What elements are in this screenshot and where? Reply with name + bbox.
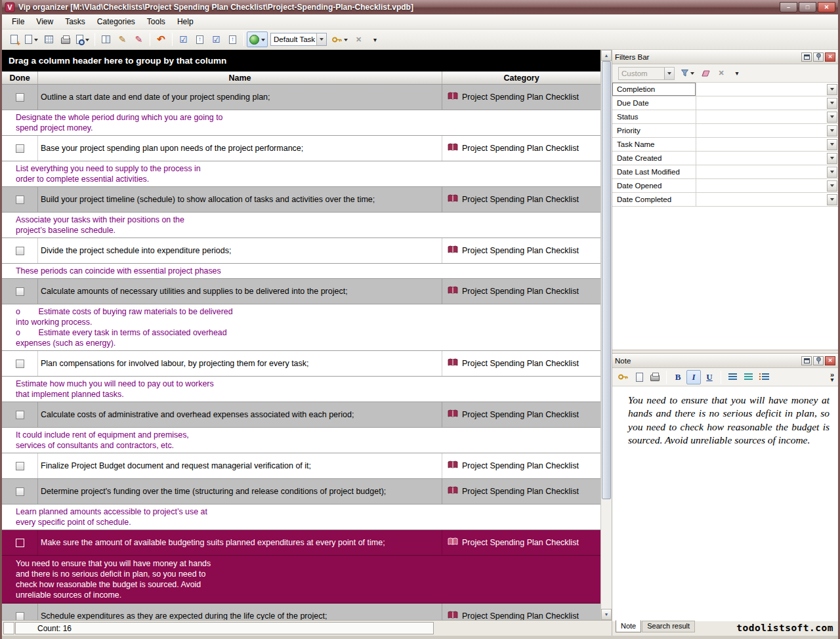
task-checkbox[interactable] bbox=[16, 539, 24, 547]
permissions-button[interactable] bbox=[329, 31, 350, 47]
clear-filter-button[interactable] bbox=[698, 66, 713, 81]
task-note-row[interactable]: o Estimate costs of buying raw materials… bbox=[2, 304, 600, 351]
filter-dropdown-button[interactable] bbox=[827, 125, 837, 136]
tab-search-result[interactable]: Search result bbox=[642, 621, 695, 632]
filter-value-status[interactable] bbox=[696, 110, 838, 123]
panels-button[interactable] bbox=[98, 31, 114, 47]
filter-dropdown-button[interactable] bbox=[827, 194, 837, 205]
print-preview-button[interactable] bbox=[74, 31, 92, 47]
filter-dropdown-button[interactable] bbox=[827, 112, 837, 123]
table-row[interactable]: Calculate amounts of necessary utilities… bbox=[2, 279, 600, 304]
task-note-row[interactable]: It could include rent of equipment and p… bbox=[2, 428, 600, 453]
scroll-up-button[interactable]: ▲ bbox=[601, 50, 612, 61]
task-checkbox[interactable] bbox=[16, 487, 24, 496]
table-row[interactable]: Determine project's funding over the tim… bbox=[2, 479, 600, 505]
complete-all-button[interactable] bbox=[208, 31, 224, 47]
table-row[interactable]: Schedule expenditures as they are expect… bbox=[2, 604, 600, 620]
filter-value-completion[interactable] bbox=[696, 83, 838, 96]
close-button[interactable] bbox=[818, 2, 835, 12]
task-note-row[interactable]: List everything you need to supply to th… bbox=[2, 161, 600, 187]
task-note-row[interactable]: These periods can coincide with essentia… bbox=[2, 264, 600, 279]
menu-help[interactable]: Help bbox=[171, 15, 200, 28]
column-header-done[interactable]: Done bbox=[2, 72, 38, 84]
note-text[interactable]: You need to ensure that you will have mo… bbox=[612, 386, 838, 621]
group-by-bar[interactable]: Drag a column header here to group by th… bbox=[2, 50, 600, 72]
bold-button[interactable]: B bbox=[671, 370, 685, 384]
column-header-category[interactable]: Category bbox=[442, 72, 600, 84]
edit-task-button[interactable] bbox=[114, 31, 131, 47]
filter-value-due-date[interactable] bbox=[696, 96, 838, 110]
filter-value-task-name[interactable] bbox=[696, 138, 838, 151]
filters-close-button[interactable] bbox=[825, 52, 835, 62]
update-task-button[interactable] bbox=[192, 31, 208, 47]
complete-task-button[interactable] bbox=[175, 31, 192, 47]
tab-note[interactable]: Note bbox=[616, 620, 641, 632]
view-layout-button[interactable] bbox=[41, 31, 57, 47]
task-checkbox[interactable] bbox=[16, 144, 24, 153]
task-checkbox[interactable] bbox=[16, 462, 24, 470]
more-tools-button[interactable] bbox=[367, 31, 383, 47]
table-row[interactable]: Build your project timeline (schedule) t… bbox=[2, 187, 600, 213]
filters-pin-button[interactable] bbox=[813, 52, 824, 62]
note-tools-button[interactable] bbox=[616, 370, 631, 384]
combo-dropdown-icon[interactable] bbox=[316, 33, 326, 45]
maximize-button[interactable] bbox=[799, 2, 816, 12]
note-overflow-button[interactable] bbox=[830, 372, 835, 382]
scroll-down-button[interactable]: ▼ bbox=[601, 609, 612, 620]
note-restore-button[interactable] bbox=[801, 356, 812, 365]
menu-tasks[interactable]: Tasks bbox=[59, 15, 91, 28]
table-row[interactable]: Make sure the amount of available budget… bbox=[2, 530, 600, 556]
menu-categories[interactable]: Categories bbox=[91, 15, 141, 28]
filter-value-priority[interactable] bbox=[696, 124, 838, 137]
filter-value-date-last-modified[interactable] bbox=[696, 165, 838, 178]
align-left-button[interactable] bbox=[725, 370, 740, 384]
filters-restore-button[interactable] bbox=[801, 52, 812, 62]
new-from-template-button[interactable] bbox=[22, 31, 41, 47]
filters-more-button[interactable] bbox=[730, 66, 744, 81]
task-checkbox[interactable] bbox=[16, 287, 24, 296]
align-center-button[interactable] bbox=[741, 370, 755, 384]
table-row[interactable]: Calculate costs of administrative and ov… bbox=[2, 402, 600, 428]
table-row[interactable]: Plan compensations for involved labour, … bbox=[2, 351, 600, 377]
table-row[interactable]: Base your project spending plan upon nee… bbox=[2, 136, 600, 161]
menu-file[interactable]: File bbox=[6, 15, 30, 28]
default-task-combobox[interactable]: Default Task bbox=[270, 33, 327, 46]
filter-dropdown-button[interactable] bbox=[827, 153, 837, 164]
task-checkbox[interactable] bbox=[16, 360, 24, 368]
task-note-row[interactable]: Associate your tasks with their position… bbox=[2, 213, 600, 238]
vertical-scrollbar[interactable]: ▲ ▼ bbox=[600, 50, 612, 620]
combo-dropdown-icon[interactable] bbox=[664, 68, 674, 79]
update-all-button[interactable] bbox=[224, 31, 241, 47]
scrollbar-thumb[interactable] bbox=[602, 61, 611, 499]
print-button[interactable] bbox=[57, 31, 74, 47]
filter-dropdown-button[interactable] bbox=[827, 180, 837, 192]
minimize-button[interactable] bbox=[780, 2, 797, 12]
filter-dropdown-button[interactable] bbox=[827, 167, 837, 178]
note-close-button[interactable] bbox=[825, 356, 835, 365]
task-checkbox[interactable] bbox=[16, 93, 24, 102]
task-note-row[interactable]: Designate the whole period during which … bbox=[2, 110, 600, 136]
note-pin-button[interactable] bbox=[813, 356, 824, 365]
bullet-list-button[interactable] bbox=[757, 370, 772, 384]
task-note-row[interactable]: You need to ensure that you will have mo… bbox=[2, 556, 600, 604]
filter-value-date-completed[interactable] bbox=[696, 193, 838, 206]
insert-template-button[interactable] bbox=[632, 370, 646, 384]
underline-button[interactable]: U bbox=[702, 370, 717, 384]
remove-filter-button[interactable] bbox=[714, 66, 728, 81]
new-task-button[interactable] bbox=[6, 31, 22, 47]
print-note-button[interactable] bbox=[648, 370, 662, 384]
filter-dropdown-button[interactable] bbox=[827, 98, 837, 109]
table-row[interactable]: Finalize Project Budget document and req… bbox=[2, 453, 600, 479]
task-note-row[interactable]: Learn planned amounts accessible to proj… bbox=[2, 505, 600, 530]
filter-dropdown-button[interactable] bbox=[827, 84, 837, 95]
menu-view[interactable]: View bbox=[30, 15, 59, 28]
online-sync-button[interactable] bbox=[247, 31, 268, 47]
column-header-name[interactable]: Name bbox=[38, 72, 442, 84]
task-checkbox[interactable] bbox=[16, 247, 24, 255]
table-row[interactable]: Outline a start date and end date of you… bbox=[2, 85, 600, 110]
delete-button[interactable] bbox=[350, 31, 367, 47]
task-note-row[interactable]: Estimate how much you will need to pay o… bbox=[2, 377, 600, 402]
table-row[interactable]: Divide the project schedule into expendi… bbox=[2, 238, 600, 264]
menu-tools[interactable]: Tools bbox=[141, 15, 171, 28]
filter-value-date-opened[interactable] bbox=[696, 179, 838, 192]
